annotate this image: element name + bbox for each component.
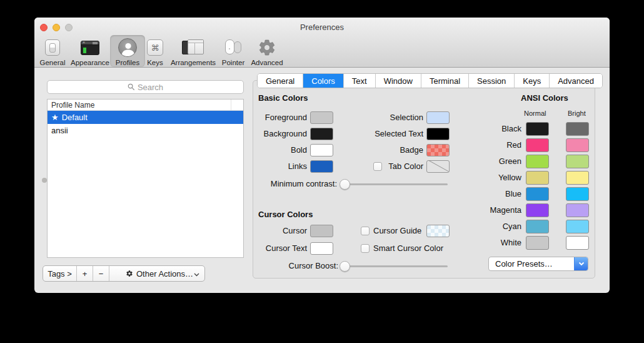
selected-text-color-well[interactable]	[426, 128, 450, 140]
ansi-yellow-bright-well[interactable]	[566, 171, 589, 185]
profile-list-header[interactable]: Profile Name	[48, 100, 243, 111]
add-profile-button[interactable]: +	[77, 266, 93, 281]
toolbar-item-arrangements[interactable]: Arrangements	[163, 36, 223, 67]
star-icon: ★	[51, 113, 59, 122]
ansi-cyan-normal-well[interactable]	[526, 220, 549, 233]
gear-icon	[126, 270, 133, 277]
colors-panel: Basic Colors Foreground Background Bold …	[253, 80, 595, 279]
profile-row-ansii[interactable]: ansii	[48, 124, 243, 137]
ansi-magenta-bright-well[interactable]	[566, 203, 589, 217]
ansi-cyan-bright-well[interactable]	[566, 220, 589, 233]
bright-column-header: Bright	[568, 110, 586, 117]
preferences-window: Preferences General × Appearance Profile…	[34, 18, 610, 293]
toolbar-item-general[interactable]: General	[37, 36, 68, 67]
splitter-handle[interactable]	[42, 178, 47, 183]
cursor-color-well[interactable]	[310, 225, 333, 237]
window-title: Preferences	[34, 23, 610, 32]
ansi-white-label: White	[453, 238, 521, 247]
ansi-blue-normal-well[interactable]	[526, 187, 549, 201]
selection-color-well[interactable]	[426, 111, 450, 124]
minimum-contrast-slider[interactable]	[345, 183, 448, 185]
remove-profile-button[interactable]: −	[93, 266, 109, 281]
cursor-text-color-well[interactable]	[310, 242, 333, 255]
ansi-white-bright-well[interactable]	[566, 236, 589, 250]
keys-icon: ⌘	[147, 37, 163, 58]
ansi-green-normal-well[interactable]	[526, 155, 549, 168]
ansi-white-normal-well[interactable]	[526, 236, 549, 250]
cursor-boost-label: Cursor Boost:	[253, 261, 338, 270]
foreground-label: Foreground	[253, 113, 307, 122]
selection-label: Selection	[316, 113, 423, 122]
cursor-guide-color-well[interactable]	[426, 225, 450, 237]
search-input[interactable]: Search	[47, 80, 244, 94]
chevron-down-icon	[194, 269, 199, 279]
tab-terminal[interactable]: Terminal	[421, 74, 469, 88]
desktop: Preferences General × Appearance Profile…	[0, 0, 644, 343]
tags-button[interactable]: Tags >	[43, 266, 77, 281]
cursor-boost-knob[interactable]	[340, 261, 350, 272]
ansi-magenta-normal-well[interactable]	[526, 203, 549, 217]
tab-general[interactable]: General	[258, 74, 303, 88]
ansi-black-label: Black	[453, 124, 521, 133]
background-label: Background	[253, 129, 307, 138]
tab-color-well[interactable]	[426, 160, 450, 173]
chevron-down-icon	[574, 257, 588, 270]
search-placeholder: Search	[138, 83, 163, 92]
ansi-black-bright-well[interactable]	[566, 122, 589, 136]
ansi-red-normal-well[interactable]	[526, 138, 549, 152]
cursor-boost-slider[interactable]	[345, 265, 448, 267]
profile-footer-buttons: Tags > + − Other Actions…	[43, 265, 205, 282]
toolbar-item-appearance[interactable]: × Appearance	[65, 36, 115, 67]
cursor-guide-checkbox[interactable]	[361, 227, 370, 235]
badge-label: Badge	[316, 145, 423, 155]
ansi-blue-label: Blue	[453, 189, 521, 198]
minimum-contrast-label: Minimum contrast:	[253, 179, 337, 188]
ansi-colors-title: ANSI Colors	[521, 93, 568, 103]
toolbar-item-advanced[interactable]: Advanced	[245, 36, 289, 67]
ansi-magenta-label: Magenta	[453, 205, 521, 215]
tab-keys[interactable]: Keys	[515, 74, 550, 88]
badge-color-well[interactable]	[426, 144, 450, 156]
tab-session[interactable]: Session	[469, 74, 515, 88]
tab-color-label: Tab Color	[386, 161, 423, 171]
ansi-green-bright-well[interactable]	[566, 155, 589, 168]
basic-colors-title: Basic Colors	[258, 93, 308, 103]
ansi-yellow-label: Yellow	[453, 173, 521, 182]
profile-tabs: General Colors Text Window Terminal Sess…	[257, 73, 603, 88]
arrangements-icon	[182, 37, 204, 58]
ansi-red-bright-well[interactable]	[566, 138, 589, 152]
toolbar-item-profiles[interactable]: Profiles	[111, 36, 144, 67]
cursor-label: Cursor	[253, 226, 307, 235]
selected-text-label: Selected Text	[316, 129, 423, 138]
smart-cursor-color-checkbox[interactable]	[361, 244, 370, 253]
gear-icon	[258, 37, 276, 58]
tab-color-checkbox[interactable]	[373, 162, 382, 171]
titlebar: Preferences General × Appearance Profile…	[34, 18, 610, 68]
tab-window[interactable]: Window	[376, 74, 421, 88]
cursor-guide-label: Cursor Guide	[373, 226, 421, 235]
color-presets-dropdown[interactable]: Color Presets…	[488, 257, 588, 271]
tab-text[interactable]: Text	[344, 74, 376, 88]
normal-column-header: Normal	[524, 110, 546, 117]
ansi-blue-bright-well[interactable]	[566, 187, 589, 201]
profile-row-default[interactable]: ★ Default	[48, 111, 243, 124]
links-label: Links	[253, 161, 307, 171]
other-actions-dropdown[interactable]: Other Actions…	[109, 266, 204, 281]
cursor-text-label: Cursor Text	[253, 243, 307, 253]
minimum-contrast-knob[interactable]	[340, 179, 350, 190]
ansi-red-label: Red	[453, 140, 521, 150]
profiles-icon	[118, 37, 137, 58]
bold-label: Bold	[253, 145, 307, 155]
pointer-icon	[223, 37, 243, 58]
general-icon	[45, 37, 60, 58]
ansi-black-normal-well[interactable]	[526, 122, 549, 136]
ansi-green-label: Green	[453, 156, 521, 166]
tab-colors[interactable]: Colors	[303, 74, 344, 88]
tab-advanced[interactable]: Advanced	[550, 74, 602, 88]
cursor-colors-title: Cursor Colors	[258, 210, 313, 219]
appearance-icon: ×	[81, 37, 99, 58]
ansi-yellow-normal-well[interactable]	[526, 171, 549, 185]
ansi-cyan-label: Cyan	[453, 222, 521, 231]
profile-list: Profile Name ★ Default ansii	[47, 99, 244, 258]
links-color-well[interactable]	[310, 160, 333, 173]
